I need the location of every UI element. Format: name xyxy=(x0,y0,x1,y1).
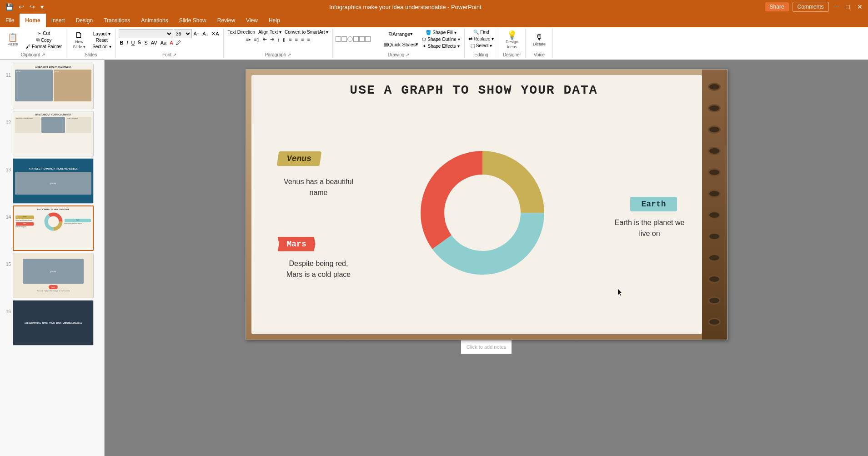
venus-label[interactable]: Venus xyxy=(276,151,321,166)
char-spacing-button[interactable]: AV xyxy=(150,40,159,46)
save-button[interactable]: 💾 xyxy=(4,2,15,11)
font-expand-icon[interactable]: ↗ xyxy=(173,52,176,57)
copy-button[interactable]: ⧉ Copy xyxy=(25,37,63,43)
ring-7 xyxy=(708,211,721,219)
slide-thumb-15-img: photo label You can replace the image on… xyxy=(13,253,94,298)
bullets-button[interactable]: ≡• xyxy=(245,36,252,43)
clipboard-group-title: Clipboard ↗ xyxy=(21,51,45,57)
ring-10 xyxy=(708,275,721,283)
minimize-button[interactable]: ─ xyxy=(833,2,841,11)
select-button[interactable]: ⬚ Select ▾ xyxy=(469,43,494,49)
slide-canvas[interactable]: USE A GRAPH TO SHOW YOUR DATA Venus Venu… xyxy=(246,69,728,340)
mars-label[interactable]: Mars xyxy=(278,237,316,251)
undo-button[interactable]: ↩ xyxy=(17,2,26,11)
clear-format-button[interactable]: ✕A xyxy=(210,30,220,37)
title-bar: 💾 ↩ ↪ ▾ Infographics make your idea unde… xyxy=(0,0,868,14)
justify-button[interactable]: ≡ xyxy=(306,36,311,43)
shape-item[interactable] xyxy=(336,36,341,42)
increase-font-button[interactable]: A↑ xyxy=(192,30,201,37)
tab-design[interactable]: Design xyxy=(70,14,98,27)
maximize-button[interactable]: □ xyxy=(844,2,852,11)
drawing-expand-icon[interactable]: ↗ xyxy=(406,52,409,57)
find-button[interactable]: 🔍 Find xyxy=(472,29,490,35)
quick-styles-button[interactable]: ▤ Quick Styles ▾ xyxy=(381,40,420,49)
ring-1 xyxy=(708,83,721,91)
section-button[interactable]: Section ▾ xyxy=(91,44,112,50)
replace-button[interactable]: ⇄ Replace ▾ xyxy=(467,36,496,42)
paste-button[interactable]: 📋 Paste xyxy=(3,31,23,49)
strikethrough-button[interactable]: S̶ xyxy=(136,39,142,46)
design-ideas-button[interactable]: 💡 DesignIdeas xyxy=(502,29,522,51)
shape-item[interactable] xyxy=(341,36,347,42)
arrange-button[interactable]: ⧉ Arrange ▾ xyxy=(381,29,420,39)
voice-group-content: 🎙 Dictate xyxy=(529,29,549,51)
columns-button[interactable]: ⫿ xyxy=(281,36,287,43)
text-direction-button[interactable]: Text Direction xyxy=(226,29,257,35)
comments-button[interactable]: Comments xyxy=(793,2,829,12)
earth-label[interactable]: Earth xyxy=(630,197,677,211)
voice-group-title: Voice xyxy=(534,51,545,57)
venus-text[interactable]: Venus has a beautiful name xyxy=(282,176,355,198)
share-button[interactable]: Share xyxy=(765,2,789,11)
slide-thumb-16[interactable]: 16 INFOGRAPHICS MAKE YOUR IDEA UNDERSTAN… xyxy=(2,300,102,346)
shape-item[interactable] xyxy=(365,36,371,42)
format-painter-button[interactable]: 🖌 Format Painter xyxy=(25,44,63,50)
bold-button[interactable]: B xyxy=(119,40,125,46)
dictate-button[interactable]: 🎙 Dictate xyxy=(529,31,549,49)
tab-review[interactable]: Review xyxy=(212,14,241,27)
decrease-font-button[interactable]: A↓ xyxy=(201,30,210,37)
tab-insert[interactable]: Insert xyxy=(46,14,70,27)
numbering-button[interactable]: ≡1 xyxy=(252,36,261,43)
reset-button[interactable]: Reset xyxy=(91,37,112,43)
shape-outline-button[interactable]: ⬡ Shape Outline ▾ xyxy=(421,36,461,42)
shape-item[interactable] xyxy=(359,36,365,42)
align-text-button[interactable]: Align Text ▾ xyxy=(257,29,283,35)
shape-effects-button[interactable]: ✦ Shape Effects ▾ xyxy=(421,43,461,49)
cut-button[interactable]: ✂ Cut xyxy=(25,30,63,36)
clipboard-expand-icon[interactable]: ↗ xyxy=(41,52,45,57)
tab-animations[interactable]: Animations xyxy=(135,14,173,27)
change-case-button[interactable]: Aa xyxy=(159,40,168,46)
mars-text[interactable]: Despite being red, Mars is a cold place xyxy=(282,258,355,280)
tab-slideshow[interactable]: Slide Show xyxy=(174,14,212,27)
donut-chart[interactable] xyxy=(410,140,555,286)
earth-text[interactable]: Earth is the planet we live on xyxy=(609,217,691,239)
highlight-button[interactable]: 🖊 xyxy=(175,40,182,46)
tab-transitions[interactable]: Transitions xyxy=(98,14,135,27)
tab-help[interactable]: Help xyxy=(263,14,286,27)
slide-thumb-15[interactable]: 15 photo label You can replace the image… xyxy=(2,253,102,298)
decrease-indent-button[interactable]: ⇤ xyxy=(261,36,268,43)
italic-button[interactable]: I xyxy=(125,40,129,46)
slide-thumb-12[interactable]: 12 WHAT ABOUT YOUR COLUMNS? Venus has a … xyxy=(2,111,102,156)
redo-button[interactable]: ↪ xyxy=(28,2,37,11)
shape-fill-button[interactable]: 🪣 Shape Fill ▾ xyxy=(421,30,461,35)
convert-smartart-button[interactable]: Convert to SmartArt ▾ xyxy=(283,29,330,35)
slide-title[interactable]: USE A GRAPH TO SHOW YOUR DATA xyxy=(246,83,702,97)
new-slide-button[interactable]: 🗋 NewSlide ▾ xyxy=(69,29,89,51)
align-left-button[interactable]: ≡ xyxy=(287,36,293,43)
tab-home[interactable]: Home xyxy=(20,14,45,27)
align-center-button[interactable]: ≡ xyxy=(294,36,299,43)
notes-area[interactable]: Click to add notes xyxy=(461,340,512,354)
slide-thumb-14[interactable]: 14 USE A GRAPH TO SHOW YOUR DATA Venus V… xyxy=(2,205,102,251)
align-right-button[interactable]: ≡ xyxy=(300,36,305,43)
shape-item[interactable] xyxy=(347,36,353,42)
slide-thumb-13[interactable]: 13 A PROJECT TO MAKE A THOUSAND SMILES p… xyxy=(2,158,102,204)
qat-customize-button[interactable]: ▾ xyxy=(39,2,45,11)
font-color-button[interactable]: A xyxy=(168,40,174,46)
outline-icon: ⬡ xyxy=(422,37,426,42)
underline-button[interactable]: U xyxy=(130,40,136,46)
shape-item[interactable] xyxy=(353,36,359,42)
close-button[interactable]: ✕ xyxy=(855,2,864,11)
slide-thumb-11[interactable]: 11 A PROJECT ABOUT SOMETHING photo photo xyxy=(2,64,102,109)
tab-view[interactable]: View xyxy=(241,14,263,27)
shadow-button[interactable]: S xyxy=(143,40,149,46)
layout-button[interactable]: Layout ▾ xyxy=(91,31,112,37)
increase-indent-button[interactable]: ⇥ xyxy=(269,36,276,43)
font-size-select[interactable]: 36 xyxy=(174,29,192,38)
designer-group-title: Designer xyxy=(503,51,521,57)
line-spacing-button[interactable]: ↕ xyxy=(276,36,281,43)
paragraph-expand-icon[interactable]: ↗ xyxy=(287,52,291,57)
tab-file[interactable]: File xyxy=(0,14,20,27)
font-family-select[interactable] xyxy=(119,29,173,38)
